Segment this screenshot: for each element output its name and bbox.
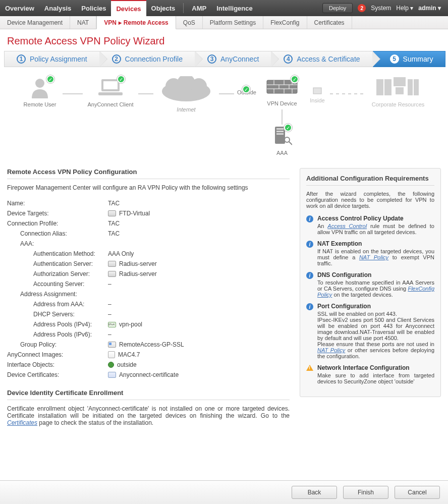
step-label: Connection Profile: [125, 55, 183, 63]
node-label: Internet: [177, 106, 195, 113]
row-aaa: AAA:: [7, 239, 290, 249]
svg-rect-2: [103, 81, 118, 89]
alert-badge-icon[interactable]: 2: [358, 4, 366, 12]
step-anyconnect[interactable]: 3AnyConnect: [195, 51, 271, 67]
topnav-policies[interactable]: Policies: [76, 0, 111, 16]
req-port: i Port ConfigurationSSL will be enabled …: [306, 303, 434, 359]
server-icon: [108, 271, 116, 277]
step-number: 3: [207, 54, 216, 64]
topnav-user-menu[interactable]: admin ▾: [418, 5, 441, 12]
node-corporate-resources: Corporate Resources: [365, 76, 431, 107]
certificates-link[interactable]: Certificates: [7, 419, 37, 426]
req-title: Network Interface Configuration: [317, 364, 434, 371]
step-label: Summary: [403, 55, 433, 63]
row-accounting-server: Accounting Server:–: [7, 279, 290, 289]
svg-rect-29: [394, 77, 406, 86]
info-icon: i: [306, 272, 313, 279]
subtab-device-management[interactable]: Device Management: [0, 16, 70, 29]
step-label: AnyConnect: [220, 55, 259, 63]
svg-rect-23: [276, 133, 284, 135]
req-nat-exemption: i NAT ExemptionIf NAT is enabled on the …: [306, 240, 434, 266]
req-network-interface: Network Interface ConfigurationMake sure…: [306, 364, 434, 384]
subtab-platform-settings[interactable]: Platform Settings: [203, 16, 263, 29]
info-icon: i: [306, 215, 313, 222]
server-icon: [108, 261, 116, 267]
check-icon: ✓: [117, 75, 125, 83]
row-authz-server: Authorization Server:Radius-server: [7, 269, 290, 279]
check-icon: ✓: [46, 75, 54, 83]
row-connection-alias: Connection Alias:TAC: [7, 229, 290, 239]
row-address-pools-ipv4: Address Pools (IPv4):vpn-pool: [7, 319, 290, 329]
row-address-assignment: Address Assignment:: [7, 289, 290, 299]
node-aaa: ✓ AAA: [272, 125, 292, 156]
requirements-panel: Additional Configuration Requirements Af…: [300, 168, 441, 397]
row-auth-method: Authentication Method:AAA Only: [7, 249, 290, 259]
subtab-certificates[interactable]: Certificates: [307, 16, 352, 29]
req-title: Port Configuration: [317, 303, 434, 310]
chevron-right-icon: ▸: [119, 19, 122, 26]
node-label: VPN Device: [267, 100, 297, 106]
info-icon: i: [306, 241, 313, 248]
step-number: 2: [112, 54, 121, 64]
topnav-overview[interactable]: Overview: [0, 0, 39, 16]
step-number: 1: [17, 54, 26, 64]
nat-policy-link[interactable]: NAT Policy: [317, 347, 345, 353]
row-device-targets: Device Targets:FTD-Virtual: [7, 208, 290, 218]
right-section-title: Additional Configuration Requirements: [306, 175, 434, 182]
node-remote-user: ✓ Remote User: [17, 76, 63, 107]
node-label: Corporate Resources: [372, 101, 425, 107]
topnav-devices[interactable]: Devices: [111, 0, 146, 16]
node-label: AAA: [276, 150, 288, 156]
subtab-flexconfig[interactable]: FlexConfig: [263, 16, 307, 29]
info-icon: i: [306, 303, 313, 310]
row-anyconnect-images: AnyConnect Images:MAC4.7: [7, 350, 290, 360]
step-access-certificate[interactable]: 4Access & Certificate: [271, 51, 372, 67]
topnav-system[interactable]: System: [371, 5, 391, 12]
page-title: Remote Access VPN Policy Wizard: [0, 29, 448, 51]
req-title: Access Control Policy Update: [317, 215, 434, 222]
req-access-control: i Access Control Policy UpdateAn Access …: [306, 215, 434, 235]
topnav-amp[interactable]: AMP: [187, 0, 211, 16]
check-icon: ✓: [284, 124, 292, 132]
servers-icon: [375, 76, 421, 98]
group-policy-icon: [108, 342, 116, 348]
topnav-objects[interactable]: Objects: [146, 0, 181, 16]
nat-policy-link[interactable]: NAT Policy: [359, 254, 388, 260]
subtab-vpn-remote-access[interactable]: VPN ▸ Remote Access: [96, 16, 176, 29]
step-policy-assignment[interactable]: 1Policy Assignment: [4, 51, 100, 67]
row-address-pools-ipv6: Address Pools (IPv6):–: [7, 329, 290, 340]
top-nav-bar: Overview Analysis Policies Devices Objec…: [0, 0, 448, 16]
subtab-qos[interactable]: QoS: [176, 16, 203, 29]
row-address-from-aaa: Address from AAA:–: [7, 299, 290, 309]
row-connection-profile: Connection Profile:TAC: [7, 218, 290, 229]
subtab-nat[interactable]: NAT: [70, 16, 96, 29]
step-number: 4: [284, 54, 293, 64]
step-connection-profile[interactable]: 2Connection Profile: [100, 51, 195, 67]
step-number: 5: [390, 54, 399, 64]
step-summary[interactable]: 5Summary: [373, 51, 446, 67]
svg-rect-21: [276, 128, 284, 130]
req-title: NAT Exemption: [317, 240, 434, 247]
subtab-remote-access-label: Remote Access: [124, 19, 169, 26]
certificate-icon: [108, 372, 116, 378]
row-name: Name:TAC: [7, 198, 290, 208]
enroll-text: Certificate enrollment object 'Anyconnec…: [7, 405, 290, 426]
cloud-icon: [158, 76, 214, 103]
package-icon: [108, 351, 115, 358]
req-title: DNS Configuration: [317, 271, 434, 278]
topnav-analysis[interactable]: Analysis: [39, 0, 76, 16]
node-vpn-device: ✓ VPN Device ✓ AAA: [259, 76, 305, 156]
topnav-help[interactable]: Help ▾: [396, 5, 413, 12]
req-dns: i DNS ConfigurationTo resolve hostname s…: [306, 271, 434, 298]
row-dhcp-servers: DHCP Servers:–: [7, 309, 290, 319]
access-control-link[interactable]: Access Control: [327, 223, 367, 229]
enroll-section-title: Device Identity Certificate Enrollment: [7, 389, 290, 397]
check-icon: ✓: [242, 85, 250, 93]
node-outside: ✓ Outside: [234, 76, 259, 95]
svg-line-25: [289, 141, 292, 145]
deploy-button[interactable]: Deploy: [322, 3, 353, 13]
check-icon: ✓: [291, 75, 299, 83]
topnav-intelligence[interactable]: Intelligence: [211, 0, 258, 16]
svg-rect-22: [276, 131, 284, 132]
row-interface-objects: Interface Objects:outside: [7, 360, 290, 370]
